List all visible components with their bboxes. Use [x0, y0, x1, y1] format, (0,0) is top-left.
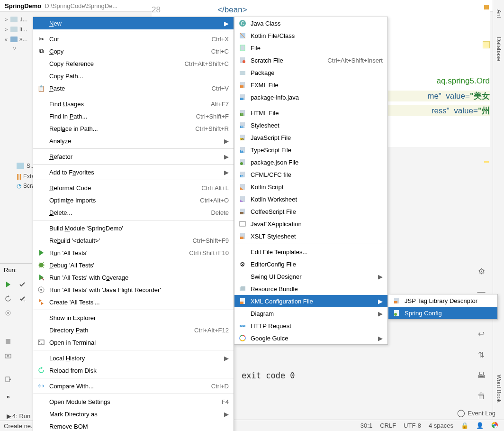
menu-refactor[interactable]: Refactor▶: [33, 150, 234, 163]
rtab-database[interactable]: Database: [495, 37, 502, 61]
menu-copy[interactable]: ⧉CopyCtrl+C: [33, 45, 234, 57]
new-swing[interactable]: Swing UI Designer▶: [234, 270, 387, 283]
svg-point-17: [243, 60, 245, 63]
new-package[interactable]: Package: [234, 66, 387, 79]
menu-reformat[interactable]: Reformat CodeCtrl+Alt+L: [33, 182, 234, 194]
new-edit-templates[interactable]: Edit File Templates...: [234, 246, 387, 258]
menu-paste[interactable]: 📋PasteCtrl+V: [33, 82, 234, 94]
menu-create-tests[interactable]: Create 'All Tests'...: [33, 296, 234, 308]
menu-reload-disk[interactable]: Reload from Disk: [33, 364, 234, 376]
run-dropdown-button[interactable]: [15, 292, 29, 306]
new-coffeescript[interactable]: CoffeeScript File: [234, 205, 387, 218]
run-stop-button[interactable]: [1, 334, 15, 348]
run-rerun-button[interactable]: [1, 292, 15, 306]
gear-icon[interactable]: ⚙: [476, 266, 487, 277]
tree-src[interactable]: s...: [19, 36, 27, 43]
status-position[interactable]: 30:1: [360, 422, 372, 429]
menu-new[interactable]: New▶: [33, 17, 234, 29]
menu-run-coverage[interactable]: Run 'All Tests' with Coverage: [33, 271, 234, 284]
new-kotlin-class[interactable]: Kotlin File/Class: [234, 29, 387, 42]
run-showall-button[interactable]: »: [1, 389, 15, 403]
new-javascript[interactable]: JSJavaScript File: [234, 131, 387, 144]
svg-text:C: C: [241, 21, 244, 26]
menu-remove-bom[interactable]: Remove BOM: [33, 420, 234, 431]
new-editorconfig[interactable]: ⚙EditorConfig File: [234, 258, 387, 270]
menu-open-module-settings[interactable]: Open Module SettingsF4: [33, 395, 234, 408]
new-javafx[interactable]: JavaFXApplication: [234, 218, 387, 230]
menu-directory-path[interactable]: Directory PathCtrl+Alt+F12: [33, 324, 234, 336]
new-html[interactable]: HHTML File: [234, 107, 387, 119]
new-http-request[interactable]: APIHTTP Request: [234, 320, 387, 332]
menu-analyze[interactable]: Analyze▶: [33, 135, 234, 147]
new-package-info[interactable]: package-info.java: [234, 91, 387, 103]
menu-mark-directory[interactable]: Mark Directory as▶: [33, 408, 234, 420]
rtab-wordbook[interactable]: Word Book: [495, 375, 502, 403]
menu-cut[interactable]: ✂CutCtrl+X: [33, 33, 234, 45]
svg-text:H: H: [242, 113, 243, 116]
marker-warning[interactable]: [484, 5, 489, 9]
menu-find-usages[interactable]: Find UsagesAlt+F7: [33, 98, 234, 110]
svg-rect-46: [240, 237, 243, 239]
run-check-button[interactable]: [15, 277, 29, 292]
svg-point-8: [39, 263, 44, 267]
new-fxml[interactable]: FXML File: [234, 79, 387, 91]
run-exit-button[interactable]: [1, 372, 15, 386]
rtab-ant[interactable]: Ant: [495, 9, 502, 18]
event-log-button[interactable]: Event Log: [451, 407, 501, 419]
menu-find-in-path[interactable]: Find in Path...Ctrl+Shift+F: [33, 110, 234, 122]
new-kotlin-worksheet[interactable]: Kotlin Worksheet: [234, 193, 387, 205]
menu-run-flight[interactable]: Run 'All Tests' with 'Java Flight Record…: [33, 284, 234, 296]
ide-icon[interactable]: 👤: [476, 422, 484, 429]
status-indent[interactable]: 4 spaces: [429, 422, 453, 429]
editor-highlight-gutter: [483, 41, 490, 48]
new-xml-config[interactable]: XML Configuration File▶: [234, 295, 387, 307]
svg-point-1: [7, 312, 9, 314]
menu-add-favorites[interactable]: Add to Favorites▶: [33, 166, 234, 178]
new-stylesheet[interactable]: CSSStylesheet: [234, 119, 387, 131]
xmlconfig-jsp[interactable]: JSP Tag Library Descriptor: [388, 294, 497, 307]
run-play-button[interactable]: [1, 277, 15, 292]
tree-idea[interactable]: .i...: [19, 16, 27, 23]
new-typescript[interactable]: TSTypeScript File: [234, 144, 387, 156]
print-icon[interactable]: 🖶: [476, 370, 487, 381]
svg-rect-11: [38, 340, 44, 345]
menu-replace-in-path[interactable]: Replace in Path...Ctrl+Shift+R: [33, 122, 234, 135]
menu-compare-with[interactable]: Compare With...Ctrl+D: [33, 380, 234, 392]
wrap-icon[interactable]: ↩: [476, 328, 487, 339]
menu-open-terminal[interactable]: Open in Terminal: [33, 336, 234, 348]
new-xslt[interactable]: XSLT Stylesheet: [234, 230, 387, 242]
xmlconfig-spring[interactable]: Spring Config: [388, 307, 497, 319]
padlock-icon[interactable]: 🔒: [461, 422, 468, 429]
run-record-button[interactable]: [1, 306, 15, 320]
new-kotlin-script[interactable]: Kotlin Script: [234, 181, 387, 193]
new-scratch-file[interactable]: Scratch FileCtrl+Alt+Shift+Insert: [234, 54, 387, 66]
new-package-json[interactable]: package.json File: [234, 156, 387, 168]
value-kw2: value=: [454, 106, 478, 115]
menu-copy-reference[interactable]: Copy ReferenceCtrl+Alt+Shift+C: [33, 57, 234, 70]
new-resource-bundle[interactable]: Resource Bundle: [234, 283, 387, 295]
chrome-icon[interactable]: [491, 422, 498, 430]
new-cfml[interactable]: CfCFML/CFC file: [234, 168, 387, 181]
menu-rebuild[interactable]: Rebuild '<default>'Ctrl+Shift+F9: [33, 234, 234, 247]
menu-delete[interactable]: Delete...Delete: [33, 206, 234, 219]
new-java-class[interactable]: CJava Class: [234, 17, 387, 29]
sort-icon[interactable]: ⇅: [476, 349, 487, 360]
menu-run-tests[interactable]: Run 'All Tests'Ctrl+Shift+F10: [33, 247, 234, 259]
svg-rect-50: [240, 302, 243, 304]
status-encoding[interactable]: UTF-8: [404, 422, 421, 429]
status-crlf[interactable]: CRLF: [380, 422, 396, 429]
new-file[interactable]: File: [234, 42, 387, 54]
menu-debug-tests[interactable]: Debug 'All Tests': [33, 259, 234, 271]
marker-info[interactable]: [484, 161, 489, 163]
new-google-guice[interactable]: Google Guice▶: [234, 332, 387, 344]
run-screenshot-button[interactable]: [1, 348, 15, 363]
tree-lib[interactable]: li...: [19, 26, 27, 33]
menu-build-module[interactable]: Build Module 'SpringDemo': [33, 222, 234, 234]
bottom-tab-4run[interactable]: ▶4: Run: [7, 413, 30, 420]
new-diagram[interactable]: Diagram▶: [234, 307, 387, 320]
menu-show-explorer[interactable]: Show in Explorer: [33, 312, 234, 324]
menu-copy-path[interactable]: Copy Path...: [33, 70, 234, 82]
trash-icon[interactable]: 🗑: [476, 391, 487, 402]
menu-local-history[interactable]: Local History▶: [33, 352, 234, 364]
menu-optimize-imports[interactable]: Optimize ImportsCtrl+Alt+O: [33, 194, 234, 206]
